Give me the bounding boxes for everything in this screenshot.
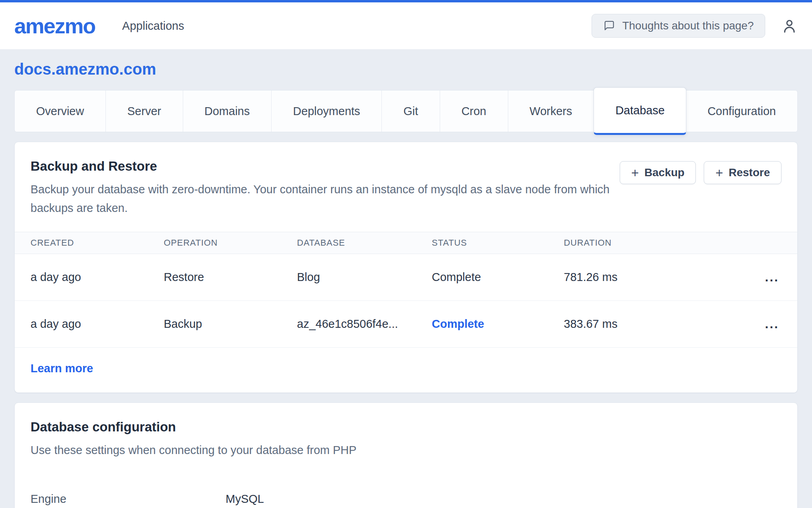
header-right: Thoughts about this page? bbox=[592, 14, 798, 38]
tab-workers[interactable]: Workers bbox=[508, 90, 594, 132]
cell-duration: 383.67 ms bbox=[564, 318, 750, 331]
backup-table-header: CREATED OPERATION DATABASE STATUS DURATI… bbox=[15, 232, 797, 254]
config-card-header: Database configuration Use these setting… bbox=[15, 403, 797, 474]
learn-more-link[interactable]: Learn more bbox=[31, 362, 93, 375]
tab-overview[interactable]: Overview bbox=[15, 90, 106, 132]
database-configuration-card: Database configuration Use these setting… bbox=[14, 402, 798, 508]
cell-duration: 781.26 ms bbox=[564, 271, 750, 284]
config-settings: Engine MySQL Host localhost bbox=[15, 474, 797, 508]
amezmo-logo[interactable]: amezmo bbox=[14, 13, 95, 38]
app-header: amezmo Applications Thoughts about this … bbox=[0, 0, 812, 49]
tab-configuration[interactable]: Configuration bbox=[686, 90, 797, 132]
page-content: docs.amezmo.com Overview Server Domains … bbox=[0, 60, 812, 508]
restore-button[interactable]: + Restore bbox=[704, 161, 781, 184]
backup-button-label: Backup bbox=[644, 166, 684, 179]
cell-status: Complete bbox=[432, 271, 564, 284]
cell-created: a day ago bbox=[31, 318, 164, 331]
nav-applications[interactable]: Applications bbox=[122, 19, 184, 33]
setting-label: Engine bbox=[31, 490, 226, 508]
user-icon bbox=[781, 17, 798, 34]
backup-card-actions: + Backup + Restore bbox=[620, 161, 781, 184]
tab-bar: Overview Server Domains Deployments Git … bbox=[14, 90, 798, 132]
row-actions-button[interactable]: ... bbox=[762, 270, 781, 285]
backup-card-description: Backup your database with zero-downtime.… bbox=[31, 180, 649, 217]
backup-restore-card: Backup and Restore Backup your database … bbox=[14, 142, 798, 393]
cell-database: az_46e1c8506f4e... bbox=[297, 318, 432, 331]
ellipsis-icon: ... bbox=[765, 317, 779, 331]
tab-server[interactable]: Server bbox=[106, 90, 183, 132]
ellipsis-icon: ... bbox=[765, 270, 779, 284]
tab-git[interactable]: Git bbox=[382, 90, 440, 132]
plus-icon: + bbox=[631, 166, 639, 179]
config-card-title: Database configuration bbox=[31, 419, 781, 435]
cell-database: Blog bbox=[297, 271, 432, 284]
tab-deployments[interactable]: Deployments bbox=[272, 90, 382, 132]
backup-button[interactable]: + Backup bbox=[620, 161, 696, 184]
feedback-button-label: Thoughts about this page? bbox=[622, 19, 754, 32]
feedback-button[interactable]: Thoughts about this page? bbox=[592, 14, 765, 38]
plus-icon: + bbox=[715, 166, 723, 179]
column-header-operation: OPERATION bbox=[164, 238, 297, 248]
cell-created: a day ago bbox=[31, 271, 164, 284]
cell-operation: Backup bbox=[164, 318, 297, 331]
config-card-subtitle: Use these settings when connecting to yo… bbox=[31, 441, 649, 460]
cell-operation: Restore bbox=[164, 271, 297, 284]
column-header-created: CREATED bbox=[31, 238, 164, 248]
learn-more-section: Learn more bbox=[15, 348, 797, 393]
user-account-button[interactable] bbox=[781, 17, 798, 34]
restore-button-label: Restore bbox=[729, 166, 770, 179]
tab-database[interactable]: Database bbox=[594, 87, 686, 135]
page-title[interactable]: docs.amezmo.com bbox=[14, 60, 798, 78]
setting-value: MySQL bbox=[226, 490, 781, 508]
column-header-status: STATUS bbox=[432, 238, 564, 248]
table-row: a day ago Restore Blog Complete 781.26 m… bbox=[15, 254, 797, 301]
table-row: a day ago Backup az_46e1c8506f4e... Comp… bbox=[15, 301, 797, 348]
column-header-duration: DURATION bbox=[564, 238, 750, 248]
backup-card-header: Backup and Restore Backup your database … bbox=[15, 142, 797, 232]
tab-domains[interactable]: Domains bbox=[183, 90, 272, 132]
row-actions-button[interactable]: ... bbox=[762, 317, 781, 331]
chat-bubble-icon bbox=[603, 20, 615, 32]
setting-row-engine: Engine MySQL bbox=[31, 490, 781, 508]
cell-status-link[interactable]: Complete bbox=[432, 318, 564, 331]
tab-cron[interactable]: Cron bbox=[440, 90, 508, 132]
column-header-database: DATABASE bbox=[297, 238, 432, 248]
